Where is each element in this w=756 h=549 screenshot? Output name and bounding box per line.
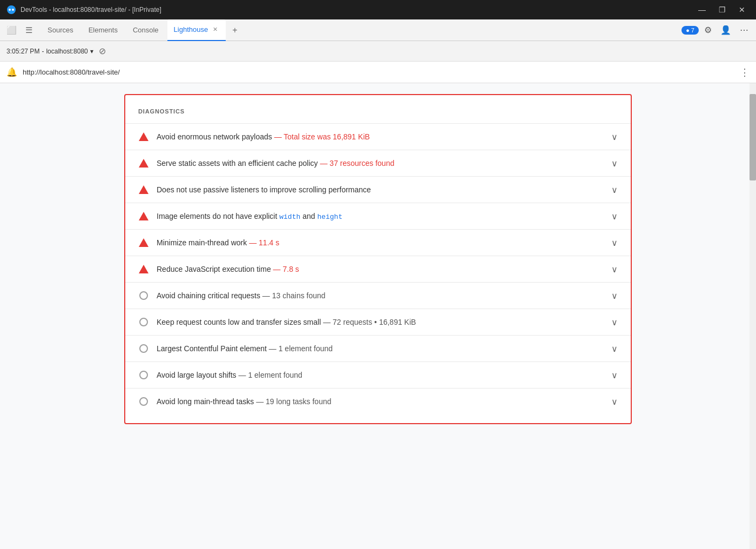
detail-js-execution: — 7.8 s [273,265,299,273]
tab-lighthouse-close[interactable]: ✕ [211,25,219,34]
info-icon-request-counts [138,317,149,327]
diagnostic-item-network-payloads[interactable]: Avoid enormous network payloads — Total … [125,123,631,150]
chevron-down-icon: ∨ [611,264,618,274]
info-icon-layout-shifts [138,370,149,380]
chevron-down-icon: ∨ [611,370,618,380]
diagnostic-item-lcp-element[interactable]: Largest Contentful Paint element — 1 ele… [125,335,631,361]
tab-elements-label: Elements [89,26,118,34]
security-icon: 🔔 [6,67,17,77]
title-bar-title: DevTools - localhost:8080/travel-site/ -… [21,6,161,14]
chevron-down-icon: ∨ [611,344,618,354]
svg-point-0 [7,5,16,14]
dropdown-arrow-icon[interactable]: ▾ [90,48,93,55]
label-layout-shifts: Avoid large layout shifts [157,371,237,379]
title-bar-left: DevTools - localhost:8080/travel-site/ -… [6,5,161,15]
detail-lcp-element: — 1 element found [269,344,333,353]
main-content: DIAGNOSTICS Avoid enormous network paylo… [0,83,756,549]
label-request-counts: Keep request counts low and transfer siz… [157,318,321,326]
time-host-display: 3:05:27 PM - localhost:8080 ▾ [6,48,93,55]
tab-sources[interactable]: Sources [41,19,80,41]
info-icon-lcp-element [138,343,149,354]
diagnostic-text-layout-shifts: Avoid large layout shifts — 1 element fo… [157,371,605,379]
diagnostic-item-request-counts[interactable]: Keep request counts low and transfer siz… [125,309,631,335]
tab-sources-label: Sources [48,26,73,34]
info-icon-critical-requests [138,290,149,301]
diagnostic-text-critical-requests: Avoid chaining critical requests — 13 ch… [157,291,605,300]
detail-network-payloads: — Total size was 16,891 KiB [274,132,370,141]
address-bar: 3:05:27 PM - localhost:8080 ▾ ⊘ [0,41,756,62]
minimize-button[interactable]: — [694,3,710,16]
drawer-toggle[interactable]: ☰ [23,23,35,37]
warning-icon-main-thread-work [138,237,149,248]
diagnostic-item-long-tasks[interactable]: Avoid long main-thread tasks — 19 long t… [125,388,631,414]
close-button[interactable]: ✕ [734,3,750,16]
diagnostic-text-network-payloads: Avoid enormous network payloads — Total … [157,132,605,141]
diagnostic-item-passive-listeners[interactable]: Does not use passive listeners to improv… [125,176,631,203]
code-width: width [279,213,300,221]
diagnostics-panel: DIAGNOSTICS Avoid enormous network paylo… [124,94,632,424]
label-passive-listeners: Does not use passive listeners to improv… [157,185,371,194]
diagnostic-text-js-execution: Reduce JavaScript execution time — 7.8 s [157,265,605,273]
settings-icon[interactable]: ⚙ [701,23,715,37]
tab-elements[interactable]: Elements [82,19,124,41]
svg-point-2 [12,9,14,11]
user-icon[interactable]: 👤 [717,23,734,37]
label-long-tasks: Avoid long main-thread tasks [157,397,254,406]
diagnostics-title: DIAGNOSTICS [125,104,631,123]
tab-lighthouse-label: Lighthouse [174,25,208,34]
warning-icon-image-elements [138,211,149,222]
time-display: 3:05:27 PM [6,48,39,55]
chevron-down-icon: ∨ [611,211,618,222]
detail-long-tasks: — 19 long tasks found [256,397,331,406]
label-cache-policy: Serve static assets with an efficient ca… [157,159,318,168]
url-more-button[interactable]: ⋮ [740,66,750,78]
diagnostic-text-passive-listeners: Does not use passive listeners to improv… [157,185,605,194]
diagnostic-item-layout-shifts[interactable]: Avoid large layout shifts — 1 element fo… [125,361,631,388]
scroll-thumb[interactable] [750,94,756,180]
chevron-down-icon: ∨ [611,317,618,327]
chevron-down-icon: ∨ [611,158,618,169]
label-network-payloads: Avoid enormous network payloads [157,132,272,141]
title-bar: DevTools - localhost:8080/travel-site/ -… [0,0,756,19]
new-tab-button[interactable]: + [228,23,241,37]
notification-badge[interactable]: ● 7 [681,26,699,35]
chevron-down-icon: ∨ [611,397,618,407]
diagnostic-text-lcp-element: Largest Contentful Paint element — 1 ele… [157,344,605,353]
diagnostic-item-cache-policy[interactable]: Serve static assets with an efficient ca… [125,150,631,176]
detail-cache-policy: — 37 resources found [320,159,394,168]
warning-icon-js-execution [138,264,149,274]
diagnostic-item-js-execution[interactable]: Reduce JavaScript execution time — 7.8 s… [125,256,631,282]
tab-bar-actions: ● 7 ⚙ 👤 ⋯ [681,23,752,37]
diagnostic-text-request-counts: Keep request counts low and transfer siz… [157,318,605,326]
label-main-thread-work: Minimize main-thread work [157,238,247,247]
diagnostic-text-long-tasks: Avoid long main-thread tasks — 19 long t… [157,397,605,406]
url-bar: 🔔 http://localhost:8080/travel-site/ ⋮ [0,62,756,83]
url-text: http://localhost:8080/travel-site/ [23,68,734,76]
more-options-icon[interactable]: ⋯ [737,23,752,37]
info-icon-long-tasks [138,396,149,407]
tab-console[interactable]: Console [126,19,165,41]
diagnostic-item-critical-requests[interactable]: Avoid chaining critical requests — 13 ch… [125,282,631,309]
diagnostic-text-image-elements: Image elements do not have explicit widt… [157,212,605,221]
warning-icon-cache-policy [138,158,149,169]
diagnostic-text-main-thread-work: Minimize main-thread work — 11.4 s [157,238,605,247]
chevron-down-icon: ∨ [611,238,618,248]
diagnostic-text-cache-policy: Serve static assets with an efficient ca… [157,159,605,168]
tab-lighthouse[interactable]: Lighthouse ✕ [167,19,226,41]
label-lcp-element: Largest Contentful Paint element [157,344,267,353]
stop-button[interactable]: ⊘ [99,46,106,56]
chevron-down-icon: ∨ [611,132,618,142]
title-bar-controls: — ❐ ✕ [694,3,750,16]
separator: - [42,48,44,55]
devtools-panel-toggle[interactable]: ⬜ [4,23,19,37]
diagnostic-item-main-thread-work[interactable]: Minimize main-thread work — 11.4 s ∨ [125,229,631,256]
detail-layout-shifts: — 1 element found [239,371,302,379]
warning-icon-network-payloads [138,131,149,142]
chevron-down-icon: ∨ [611,291,618,301]
restore-button[interactable]: ❐ [714,3,730,16]
detail-main-thread-work: — 11.4 s [249,238,279,247]
warning-icon-passive-listeners [138,184,149,195]
label-js-execution: Reduce JavaScript execution time [157,265,271,273]
scrollbar[interactable] [750,83,756,549]
diagnostic-item-image-elements[interactable]: Image elements do not have explicit widt… [125,203,631,229]
